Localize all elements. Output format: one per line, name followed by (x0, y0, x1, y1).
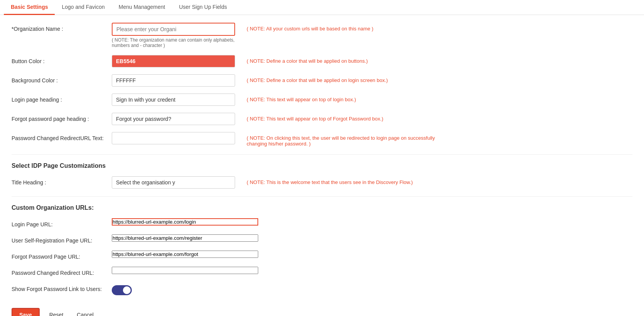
divider-2 (12, 196, 632, 197)
pwd-redirect-control (112, 132, 235, 144)
bg-color-row: Background Color : ( NOTE: Define a colo… (12, 74, 632, 87)
tab-bar: Basic Settings Logo and Favicon Menu Man… (0, 0, 644, 15)
bg-color-note: ( NOTE: Define a color that will be appl… (247, 74, 388, 83)
tab-user-sign-up-fields[interactable]: User Sign Up Fields (172, 0, 234, 15)
idp-section-title: Select IDP Page Customizations (12, 162, 632, 169)
tab-basic-settings[interactable]: Basic Settings (4, 0, 55, 15)
save-button[interactable]: Save (12, 308, 40, 316)
login-heading-control (112, 94, 235, 106)
org-name-input[interactable] (112, 23, 235, 36)
forgot-heading-label: Forgot password page heading : (12, 113, 112, 122)
button-color-swatch[interactable]: EB5546 (112, 55, 235, 67)
button-color-row: Button Color : EB5546 ( NOTE: Define a c… (12, 55, 632, 67)
pwd-changed-redirect-url-control (112, 267, 258, 274)
button-color-label: Button Color : (12, 55, 112, 64)
login-url-row: Login Page URL: (12, 218, 632, 227)
pwd-changed-redirect-url-label: Password Changed Redirect URL: (12, 267, 112, 276)
forgot-pwd-url-label: Forgot Password Page URL: (12, 251, 112, 260)
main-content: *Organization Name : ( NOTE: The organiz… (0, 15, 644, 316)
bg-color-input[interactable] (112, 74, 235, 87)
login-url-label: Login Page URL: (12, 218, 112, 227)
bg-color-label: Background Color : (12, 74, 112, 84)
title-heading-input[interactable] (112, 176, 235, 189)
login-heading-label: Login page heading : (12, 94, 112, 103)
forgot-heading-row: Forgot password page heading : ( NOTE: T… (12, 113, 632, 125)
button-color-control: EB5546 (112, 55, 235, 67)
login-url-control (112, 218, 258, 226)
forgot-heading-input[interactable] (112, 113, 235, 125)
show-forgot-label: Show Forgot Password Link to Users: (12, 283, 112, 292)
cancel-button[interactable]: Cancel (73, 309, 98, 316)
pwd-redirect-row: Password Changed RedirectURL Text: ( NOT… (12, 132, 632, 147)
show-forgot-toggle[interactable] (112, 285, 132, 295)
title-heading-label: Title Heading : (12, 176, 112, 186)
footer-actions: Save Reset Cancel (12, 304, 632, 316)
org-name-label: *Organization Name : (12, 23, 112, 32)
self-reg-url-input[interactable] (112, 234, 258, 242)
bg-color-control (112, 74, 235, 87)
title-heading-control (112, 176, 235, 189)
toggle-slider (112, 285, 132, 295)
pwd-changed-redirect-url-input[interactable] (112, 267, 258, 274)
forgot-heading-note: ( NOTE: This text will appear on top of … (247, 113, 383, 122)
login-heading-input[interactable] (112, 94, 235, 106)
pwd-redirect-note: ( NOTE: On clicking this text, the user … (247, 132, 439, 147)
login-heading-note: ( NOTE: This text will appear on top of … (247, 94, 356, 102)
self-reg-url-control (112, 234, 258, 242)
title-heading-row: Title Heading : ( NOTE: This is the welc… (12, 176, 632, 189)
reset-button[interactable]: Reset (45, 309, 67, 316)
org-name-note: ( NOTE: All your custom urls will be bas… (247, 23, 373, 32)
login-heading-row: Login page heading : ( NOTE: This text w… (12, 94, 632, 106)
tab-logo-and-favicon[interactable]: Logo and Favicon (55, 0, 111, 15)
org-name-control: ( NOTE: The organization name can contai… (112, 23, 235, 48)
forgot-pwd-url-input[interactable] (112, 251, 258, 258)
self-reg-url-label: User Self-Registration Page URL: (12, 234, 112, 244)
forgot-pwd-url-row: Forgot Password Page URL: (12, 251, 632, 260)
pwd-redirect-label: Password Changed RedirectURL Text: (12, 132, 112, 141)
custom-urls-title: Custom Organization URLs: (12, 204, 632, 211)
forgot-heading-control (112, 113, 235, 125)
tab-menu-management[interactable]: Menu Management (112, 0, 172, 15)
org-name-row: *Organization Name : ( NOTE: The organiz… (12, 23, 632, 48)
self-reg-url-row: User Self-Registration Page URL: (12, 234, 632, 244)
show-forgot-row: Show Forgot Password Link to Users: (12, 283, 632, 296)
forgot-pwd-url-control (112, 251, 258, 258)
pwd-redirect-input[interactable] (112, 132, 235, 144)
divider-1 (12, 154, 632, 155)
org-name-sub-note: ( NOTE: The organization name can contai… (112, 37, 235, 48)
login-url-input[interactable] (112, 218, 258, 226)
button-color-note: ( NOTE: Define a color that will be appl… (247, 55, 368, 64)
title-heading-note: ( NOTE: This is the welcome text that th… (247, 176, 413, 185)
show-forgot-toggle-wrapper (112, 283, 132, 296)
pwd-changed-redirect-url-row: Password Changed Redirect URL: (12, 267, 632, 276)
